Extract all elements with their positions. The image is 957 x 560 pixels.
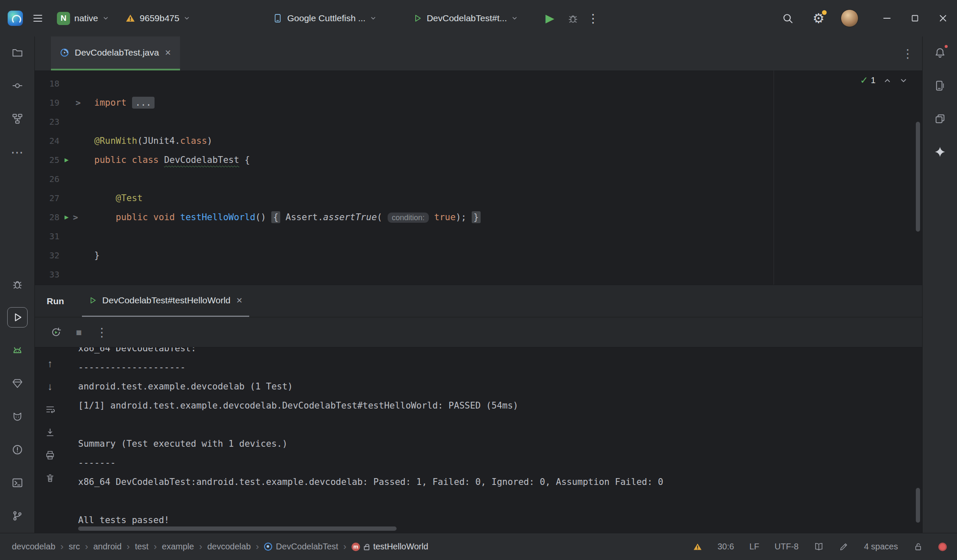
- run-button[interactable]: ▶: [543, 11, 557, 25]
- close-icon: ×: [165, 47, 171, 58]
- project-selector[interactable]: N native: [52, 8, 114, 29]
- notification-badge: [944, 44, 949, 49]
- test-method-icon: m: [352, 543, 360, 551]
- breadcrumb-item[interactable]: mtestHelloWorld: [352, 542, 428, 552]
- run-gutter-icon[interactable]: ▶: [65, 213, 69, 221]
- warning-icon: [693, 542, 702, 552]
- logcat-tool-button[interactable]: [7, 340, 28, 361]
- code-editor[interactable]: 18 19>import ...23 24@RunWith(JUnit4.cla…: [35, 70, 922, 285]
- console-line: android.test.example.devcodelab (1 Test): [78, 377, 922, 396]
- line-number: 33: [35, 269, 59, 280]
- soft-wrap-button[interactable]: [42, 401, 59, 418]
- run-configuration-selector[interactable]: DevCodelabTest#t...: [407, 9, 523, 28]
- breadcrumb-item[interactable]: DevCodelabTest: [264, 542, 338, 552]
- status-warning[interactable]: [693, 542, 702, 552]
- debug-button[interactable]: [566, 11, 580, 25]
- check-icon: ✓: [860, 75, 868, 86]
- run-config-play-icon: [412, 13, 422, 23]
- rerun-button[interactable]: [47, 323, 65, 342]
- terminal-tool-button[interactable]: [7, 473, 28, 493]
- editor-tab[interactable]: DevCodelabTest.java ×: [51, 36, 180, 70]
- settings-button[interactable]: ⚙: [809, 9, 828, 28]
- next-occurrence-button[interactable]: ↓: [42, 378, 59, 395]
- console-vertical-scrollbar[interactable]: [916, 488, 920, 523]
- main-area: ⋯: [0, 36, 957, 533]
- device-selector[interactable]: Google Cuttlefish ...: [267, 9, 381, 28]
- console-horizontal-scrollbar[interactable]: [78, 526, 397, 531]
- indent-style[interactable]: 4 spaces: [864, 542, 898, 552]
- print-button[interactable]: [42, 447, 59, 464]
- highlighting-level-button[interactable]: [839, 542, 849, 552]
- inspections-widget[interactable]: ✓ 1: [860, 75, 908, 86]
- run-tab-close-button[interactable]: ×: [236, 294, 243, 306]
- more-tool-windows-button[interactable]: ⋯: [7, 142, 28, 162]
- close-button[interactable]: [929, 0, 957, 36]
- run-tool-button[interactable]: [7, 307, 28, 328]
- search-everywhere-button[interactable]: [780, 11, 795, 25]
- console-line: Summary (Test executed with 1 devices.): [78, 434, 922, 454]
- fold-arrow-icon[interactable]: >: [73, 212, 78, 222]
- code-token: DevCodelabTest: [164, 155, 239, 165]
- more-actions-button[interactable]: ⋮: [586, 11, 600, 25]
- code-token: [127, 155, 132, 165]
- reader-mode-button[interactable]: [814, 542, 824, 552]
- previous-highlight-button[interactable]: [883, 76, 892, 85]
- breadcrumb-item[interactable]: test: [135, 542, 149, 552]
- breadcrumb-item[interactable]: devcodelab: [207, 542, 251, 552]
- chevron-down-icon: [102, 15, 109, 22]
- file-lock-button[interactable]: [913, 542, 923, 552]
- minimize-button[interactable]: [873, 0, 901, 36]
- terminal-icon: [11, 477, 23, 489]
- fold-arrow-icon[interactable]: >: [76, 98, 81, 108]
- fatal-error-indicator[interactable]: [938, 543, 947, 551]
- vcs-branch-selector[interactable]: 9659b475: [120, 9, 195, 28]
- breadcrumb-item[interactable]: src: [69, 542, 80, 552]
- commit-tool-button[interactable]: [7, 76, 28, 96]
- maximize-button[interactable]: [901, 0, 929, 36]
- clear-console-button[interactable]: [42, 470, 59, 487]
- prev-occurrence-button[interactable]: ↑: [42, 355, 59, 372]
- problems-tool-button[interactable]: [7, 440, 28, 460]
- version-control-tool-button[interactable]: [7, 506, 28, 526]
- code-token: (JUnit4.: [137, 136, 180, 146]
- file-encoding[interactable]: UTF-8: [774, 542, 799, 552]
- main-menu-button[interactable]: [31, 11, 45, 25]
- gemini-assistant-tool-button[interactable]: [7, 406, 28, 427]
- code-line: 33: [35, 265, 922, 284]
- code-token: {: [271, 211, 280, 223]
- structure-tool-button[interactable]: [7, 109, 28, 129]
- breadcrumb-item[interactable]: example: [162, 542, 194, 552]
- debug-tool-button[interactable]: [7, 274, 28, 294]
- stop-button[interactable]: ■: [70, 323, 88, 342]
- breadcrumb-item[interactable]: android: [93, 542, 122, 552]
- notifications-button[interactable]: [930, 42, 950, 63]
- tab-close-button[interactable]: ×: [164, 47, 172, 59]
- project-tool-button[interactable]: [7, 42, 28, 63]
- run-tab[interactable]: DevCodelabTest#testHelloWorld ×: [82, 285, 249, 317]
- app-quality-insights-tool-button[interactable]: [7, 373, 28, 394]
- console-options-button[interactable]: ⋮: [93, 323, 111, 342]
- left-tool-rail: ⋯: [0, 36, 35, 533]
- android-studio-logo-icon: [8, 11, 23, 26]
- line-separator[interactable]: LF: [749, 542, 759, 552]
- branch-name: 9659b475: [140, 13, 179, 23]
- code-token: class: [180, 136, 207, 146]
- build-variants-button[interactable]: [930, 109, 950, 129]
- line-number: 26: [35, 174, 59, 184]
- stop-icon: ■: [76, 327, 82, 338]
- console-output: x86_64 DevCodelabTest:------------------…: [78, 347, 922, 530]
- soft-wrap-icon: [45, 404, 55, 414]
- console-line: [1/1] android.test.example.devcodelab.De…: [78, 396, 922, 415]
- scroll-to-end-button[interactable]: [42, 424, 59, 441]
- device-manager-button[interactable]: [930, 76, 950, 96]
- next-highlight-button[interactable]: [899, 76, 908, 85]
- tab-options-button[interactable]: ⋮: [902, 36, 914, 70]
- cursor-position[interactable]: 30:6: [718, 542, 734, 552]
- account-button[interactable]: [841, 9, 858, 27]
- run-gutter-icon[interactable]: ▶: [65, 156, 69, 164]
- console[interactable]: x86_64 DevCodelabTest:------------------…: [65, 347, 922, 533]
- code-token: ): [207, 136, 213, 146]
- gemini-button[interactable]: [930, 142, 950, 162]
- editor-vertical-scrollbar[interactable]: [916, 122, 920, 232]
- breadcrumb-item[interactable]: devcodelab: [12, 542, 55, 552]
